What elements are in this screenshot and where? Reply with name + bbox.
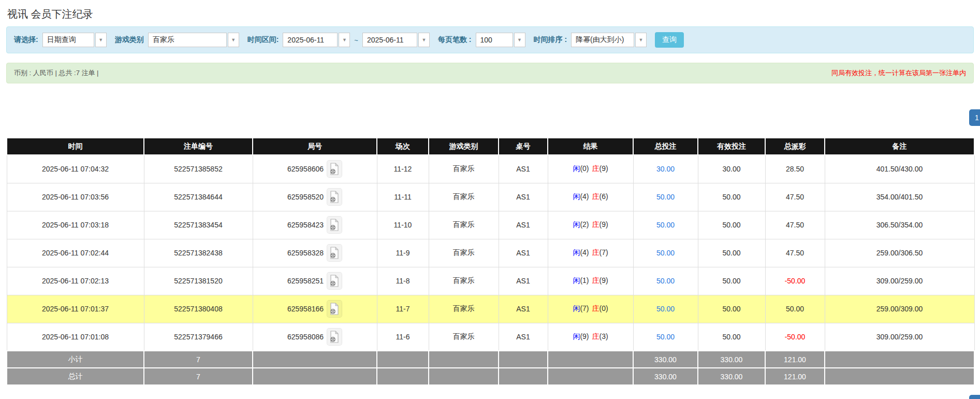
game-type-value: 百家乐: [148, 33, 227, 47]
round-id: 625958423: [287, 221, 324, 229]
total-bet-link[interactable]: 50.00: [656, 277, 675, 285]
result-player-score: (1): [580, 276, 589, 284]
total-count: 7: [144, 368, 253, 385]
result-player-label: 闲: [573, 332, 580, 340]
result-banker-score: (9): [599, 220, 608, 229]
subtotal-total-bet: 330.00: [633, 351, 698, 368]
result-banker-score: (9): [599, 164, 608, 173]
result-banker-label: 庄: [592, 164, 599, 173]
time-cell: 2025-06-11 07:01:37: [7, 295, 144, 323]
round-id: 625958606: [287, 165, 324, 173]
col-header-round-id: 局号: [253, 138, 377, 155]
video-replay-button[interactable]: [327, 244, 342, 262]
chevron-down-icon[interactable]: ▼: [418, 33, 430, 47]
table-row: 2025-06-11 07:03:56 522571384644 6259585…: [7, 183, 974, 211]
result-player-score: (2): [580, 220, 589, 229]
video-replay-button[interactable]: [327, 216, 342, 234]
total-bet-link[interactable]: 30.00: [656, 165, 675, 173]
round-cell: 625958166: [253, 295, 377, 323]
result-cell: 闲(2)庄(9): [548, 211, 633, 239]
result-cell: 闲(7)庄(0): [548, 295, 633, 323]
table-no-cell: AS1: [499, 239, 548, 267]
round-cell: 625958520: [253, 183, 377, 211]
table-no-cell: AS1: [499, 183, 548, 211]
round-id: 625958328: [287, 249, 324, 257]
chevron-down-icon[interactable]: ▼: [95, 33, 107, 47]
select-label: 请选择:: [14, 35, 38, 45]
bet-id-cell: 522571385852: [144, 155, 253, 183]
session-cell: 11-6: [377, 323, 429, 351]
time-cell: 2025-06-11 07:02:13: [7, 267, 144, 295]
total-bet-link[interactable]: 50.00: [656, 221, 675, 229]
chevron-down-icon[interactable]: ▼: [635, 33, 647, 47]
bet-id-cell: 522571384644: [144, 183, 253, 211]
empty-cell: [499, 368, 548, 385]
notice-text: 同局有效投注，统一计算在该局第一张注单内: [831, 68, 966, 78]
date-to-select[interactable]: 2025-06-11 ▼: [362, 33, 430, 47]
total-bet-link[interactable]: 50.00: [656, 193, 675, 201]
total-bet-cell: 30.00: [633, 155, 698, 183]
page-size-label: 每页笔数 :: [438, 35, 472, 45]
total-bet-link[interactable]: 50.00: [656, 249, 675, 257]
pagination-page-button-bottom[interactable]: 1: [969, 395, 980, 399]
valid-bet-cell: 50.00: [698, 323, 765, 351]
video-replay-button[interactable]: [327, 300, 342, 318]
result-player-score: (0): [580, 164, 589, 173]
game-type-cell: 百家乐: [429, 183, 499, 211]
page-size-select[interactable]: 100 ▼: [476, 33, 525, 47]
video-replay-button[interactable]: [327, 160, 342, 178]
result-player-label: 闲: [573, 248, 580, 256]
remark-cell: 259.00/306.50: [825, 239, 974, 267]
table-row: 2025-06-11 07:02:13 522571381520 6259582…: [7, 267, 974, 295]
session-cell: 11-7: [377, 295, 429, 323]
film-icon: [329, 303, 340, 315]
round-cell: 625958328: [253, 239, 377, 267]
col-header-table-no: 桌号: [499, 138, 548, 155]
subtotal-payout: 121.00: [765, 351, 825, 368]
empty-cell: [825, 368, 974, 385]
game-type-cell: 百家乐: [429, 295, 499, 323]
sort-select[interactable]: 降幂(由大到小) ▼: [571, 33, 647, 47]
video-replay-button[interactable]: [327, 188, 342, 206]
chevron-down-icon[interactable]: ▼: [514, 33, 525, 47]
remark-cell: 259.00/309.00: [825, 295, 974, 323]
empty-cell: [548, 351, 633, 368]
film-icon: [329, 219, 340, 231]
chevron-down-icon[interactable]: ▼: [228, 33, 239, 47]
result-player-score: (4): [580, 192, 589, 201]
result-banker-score: (6): [599, 192, 608, 201]
empty-cell: [825, 351, 974, 368]
total-total-bet: 330.00: [633, 368, 698, 385]
table-row: 2025-06-11 07:02:44 522571382438 6259583…: [7, 239, 974, 267]
video-replay-button[interactable]: [327, 272, 342, 290]
result-player-label: 闲: [573, 164, 580, 173]
total-bet-link[interactable]: 50.00: [656, 333, 675, 341]
valid-bet-cell: 50.00: [698, 239, 765, 267]
table-no-cell: AS1: [499, 155, 548, 183]
empty-cell: [429, 351, 499, 368]
date-from-select[interactable]: 2025-06-11 ▼: [283, 33, 350, 47]
search-button[interactable]: 查询: [655, 32, 684, 48]
game-type-select[interactable]: 百家乐 ▼: [148, 33, 239, 47]
bet-id-cell: 522571383454: [144, 211, 253, 239]
col-header-result: 结果: [548, 138, 633, 155]
payout-cell: 47.50: [765, 211, 825, 239]
round-id: 625958166: [287, 305, 324, 313]
col-header-valid-bet: 有效投注: [698, 138, 765, 155]
valid-bet-cell: 50.00: [698, 295, 765, 323]
currency-summary-text: 币别 : 人民币 | 总共 :7 注单 |: [14, 68, 99, 78]
table-no-cell: AS1: [499, 267, 548, 295]
video-replay-button[interactable]: [327, 328, 342, 346]
result-player-score: (4): [580, 248, 589, 256]
pagination-page-button-top[interactable]: 1: [969, 109, 980, 126]
total-bet-cell: 50.00: [633, 239, 698, 267]
table-footer: 小计 7 330.00 330.00 121.00 总计 7: [7, 351, 974, 385]
chevron-down-icon[interactable]: ▼: [339, 33, 350, 47]
total-row: 总计 7 330.00 330.00 121.00: [7, 368, 974, 385]
query-type-select[interactable]: 日期查询 ▼: [42, 33, 107, 47]
total-bet-link[interactable]: 50.00: [656, 305, 675, 313]
result-player-label: 闲: [573, 220, 580, 229]
page-title: 视讯 会员下注纪录: [7, 7, 980, 21]
empty-cell: [499, 351, 548, 368]
sort-label: 时间排序 :: [534, 35, 567, 45]
